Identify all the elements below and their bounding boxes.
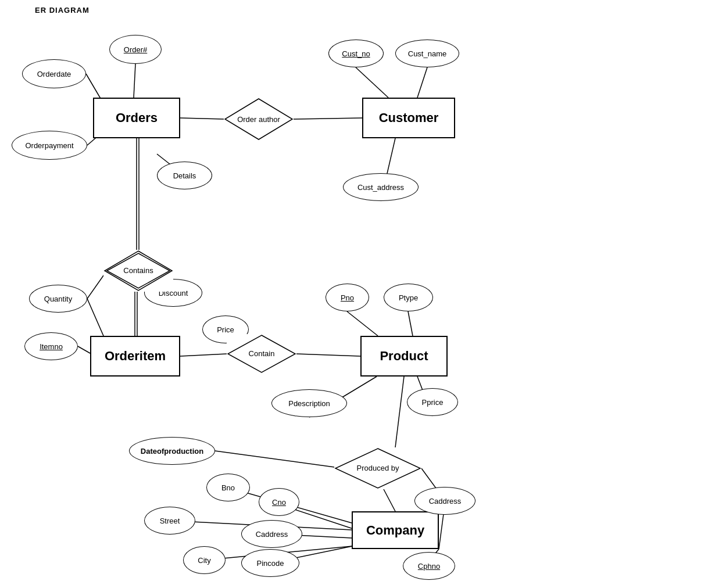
attr-bno: Bno — [206, 474, 250, 501]
attr-quantity: Quantity — [29, 285, 87, 313]
entity-product-label: Product — [380, 349, 428, 364]
svg-line-26 — [215, 451, 343, 468]
entity-customer-label: Customer — [379, 110, 439, 126]
attr-dateofproduction: Dateofproduction — [129, 437, 215, 465]
entity-orders: Orders — [93, 98, 180, 138]
entity-orders-label: Orders — [116, 110, 158, 126]
svg-line-15 — [87, 299, 103, 336]
attr-cust-address: Cust_address — [343, 173, 419, 201]
rel-contains: Contains — [103, 250, 173, 292]
attr-pno: Pno — [326, 284, 369, 311]
entity-company-label: Company — [366, 523, 424, 538]
svg-line-16 — [78, 346, 90, 353]
diagram-title: ER DIAGRAM — [35, 6, 90, 15]
attr-pincode: Pincode — [241, 549, 299, 577]
entity-orderitem: Orderitem — [90, 336, 180, 377]
attr-details: Details — [157, 162, 212, 189]
svg-line-24 — [395, 377, 404, 447]
attr-orderpayment: Orderpayment — [12, 131, 87, 160]
rel-produced-by: Produced by — [334, 447, 421, 489]
rel-contain: Contain — [227, 334, 296, 374]
attr-orderdate: Orderdate — [22, 59, 86, 88]
attr-caddress-right: Caddress — [414, 487, 475, 515]
svg-line-4 — [180, 118, 224, 119]
svg-line-17 — [180, 354, 227, 356]
entity-product: Product — [360, 336, 448, 377]
svg-line-18 — [296, 354, 360, 356]
svg-line-1 — [134, 64, 135, 98]
attr-itemno: Itemno — [24, 332, 78, 360]
entity-customer: Customer — [362, 98, 455, 138]
attr-cust-no: Cust_no — [328, 40, 384, 67]
attr-city: City — [183, 546, 226, 574]
svg-line-5 — [294, 118, 362, 119]
svg-line-7 — [417, 67, 427, 98]
attr-order-num: Order# — [109, 35, 162, 64]
entity-company: Company — [352, 511, 439, 549]
attr-cphno: Cphno — [403, 552, 455, 580]
svg-line-6 — [356, 67, 388, 98]
svg-line-20 — [347, 311, 378, 336]
attr-cust-name: Cust_name — [395, 40, 459, 67]
svg-line-21 — [408, 311, 413, 336]
attr-street: Street — [144, 507, 195, 535]
attr-caddress-bottom: Caddress — [241, 520, 302, 548]
entity-orderitem-label: Orderitem — [105, 349, 166, 364]
svg-line-25 — [384, 489, 395, 511]
attr-pdescription: Pdescription — [271, 389, 347, 417]
attr-pprice: Pprice — [407, 388, 458, 416]
rel-order-author: Order author — [224, 98, 294, 141]
attr-ptype: Ptype — [384, 284, 433, 311]
attr-cno: Cno — [259, 488, 299, 516]
